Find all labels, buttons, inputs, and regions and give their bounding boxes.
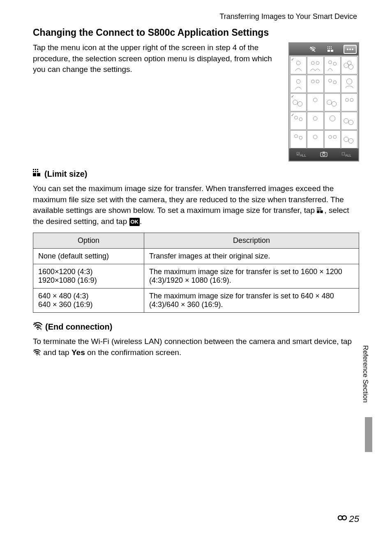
svg-rect-1 — [329, 46, 330, 47]
svg-point-46 — [323, 153, 325, 156]
thumb — [324, 75, 341, 93]
svg-point-31 — [350, 98, 353, 102]
screenshot-botbar: ☑ALL ☐ALL — [289, 148, 358, 161]
svg-rect-61 — [321, 209, 321, 210]
svg-rect-48 — [33, 169, 34, 170]
sidebar-section-label: Reference Section — [361, 345, 369, 403]
table-header-description: Description — [144, 233, 359, 249]
svg-point-67 — [37, 355, 37, 355]
svg-rect-63 — [321, 210, 323, 213]
svg-point-29 — [332, 102, 336, 106]
thumb — [341, 112, 357, 130]
table-row: None (default setting)Transfer images at… — [33, 249, 359, 264]
thumb — [324, 130, 341, 148]
table-cell-option: None (default setting) — [33, 249, 144, 264]
svg-point-38 — [295, 135, 298, 138]
thumb: ✓ — [290, 112, 307, 130]
svg-point-71 — [342, 516, 346, 520]
svg-point-64 — [37, 329, 39, 330]
svg-rect-60 — [319, 209, 320, 210]
limit-size-body: You can set the maximum image size for t… — [33, 183, 359, 227]
thumb — [324, 93, 341, 111]
table-cell-description: The maximum image size for transfer is s… — [144, 288, 359, 313]
thumb — [324, 112, 341, 130]
wifi-off-icon — [33, 349, 41, 357]
menu-icon — [344, 45, 357, 54]
page-title: Changing the Connect to S800c Applicatio… — [33, 27, 359, 38]
limit-size-heading: (Limit size) — [33, 169, 359, 179]
grid-size-icon — [33, 169, 42, 179]
page-icon — [337, 514, 348, 524]
thumb — [307, 112, 323, 130]
svg-rect-2 — [331, 46, 332, 47]
svg-point-40 — [314, 135, 318, 139]
svg-rect-55 — [37, 173, 40, 176]
deselect-all-icon: ☐ALL — [341, 152, 351, 157]
svg-rect-3 — [327, 48, 328, 49]
svg-point-18 — [347, 61, 351, 65]
end-connection-heading: (End connection) — [33, 322, 359, 332]
thumb: ✓ — [290, 56, 307, 74]
table-cell-description: Transfer images at their original size. — [144, 249, 359, 264]
thumb — [341, 93, 357, 111]
svg-rect-56 — [317, 207, 318, 208]
table-cell-description: The maximum image size for transfer is s… — [144, 264, 359, 288]
thumb: ✓ — [290, 93, 307, 111]
thumb — [324, 56, 341, 74]
intro-text: Tap the menu icon at the upper right of … — [33, 42, 280, 75]
sidebar-tab — [365, 417, 372, 452]
svg-rect-52 — [35, 171, 36, 172]
svg-point-26 — [297, 102, 302, 106]
thumb — [307, 56, 323, 74]
table-cell-option: 640 × 480 (4:3) 640 × 360 (16:9) — [33, 288, 144, 313]
svg-point-43 — [344, 137, 348, 141]
thumb — [307, 93, 323, 111]
select-all-icon: ☑ALL — [296, 152, 306, 157]
svg-rect-53 — [37, 171, 38, 172]
svg-point-34 — [314, 116, 318, 120]
svg-point-28 — [327, 100, 331, 104]
svg-rect-62 — [317, 210, 320, 213]
yes-label: Yes — [71, 348, 85, 357]
svg-point-44 — [348, 138, 353, 143]
svg-point-41 — [328, 135, 332, 138]
svg-rect-57 — [319, 207, 320, 208]
svg-rect-5 — [331, 48, 332, 49]
thumb — [341, 75, 357, 93]
svg-point-42 — [333, 135, 337, 138]
thumb — [290, 130, 307, 148]
svg-point-27 — [314, 98, 318, 102]
table-header-option: Option — [33, 233, 144, 249]
screenshot-grid: ✓ ✓ ✓ — [289, 55, 358, 149]
svg-rect-58 — [321, 207, 321, 208]
end-connection-body: To terminate the Wi-Fi (wireless LAN) co… — [33, 336, 359, 358]
thumb — [341, 56, 357, 74]
svg-point-15 — [333, 62, 337, 65]
svg-point-36 — [344, 118, 348, 123]
screenshot-topbar — [289, 43, 358, 55]
svg-point-14 — [328, 61, 332, 64]
svg-rect-6 — [327, 50, 330, 52]
svg-point-8 — [347, 48, 348, 50]
svg-rect-4 — [329, 48, 330, 49]
svg-rect-49 — [35, 169, 36, 170]
svg-point-35 — [330, 116, 335, 121]
svg-point-25 — [293, 100, 297, 104]
table-row: 1600×1200 (4:3) 1920×1080 (16:9)The maxi… — [33, 264, 359, 288]
svg-point-20 — [311, 80, 315, 83]
svg-point-32 — [295, 116, 298, 120]
ok-icon: OK — [129, 218, 140, 226]
camera-icon — [320, 151, 327, 158]
wifi-off-icon — [33, 322, 43, 332]
settings-table: Option Description None (default setting… — [33, 233, 359, 313]
table-cell-option: 1600×1200 (4:3) 1920×1080 (16:9) — [33, 264, 144, 288]
svg-rect-59 — [317, 209, 318, 210]
grid-size-icon — [317, 207, 324, 215]
thumb — [290, 75, 307, 93]
svg-point-12 — [311, 61, 315, 65]
svg-point-19 — [296, 79, 300, 83]
wifi-off-icon — [307, 45, 318, 54]
thumb — [341, 130, 357, 148]
svg-point-10 — [352, 48, 353, 50]
svg-point-33 — [299, 118, 302, 121]
